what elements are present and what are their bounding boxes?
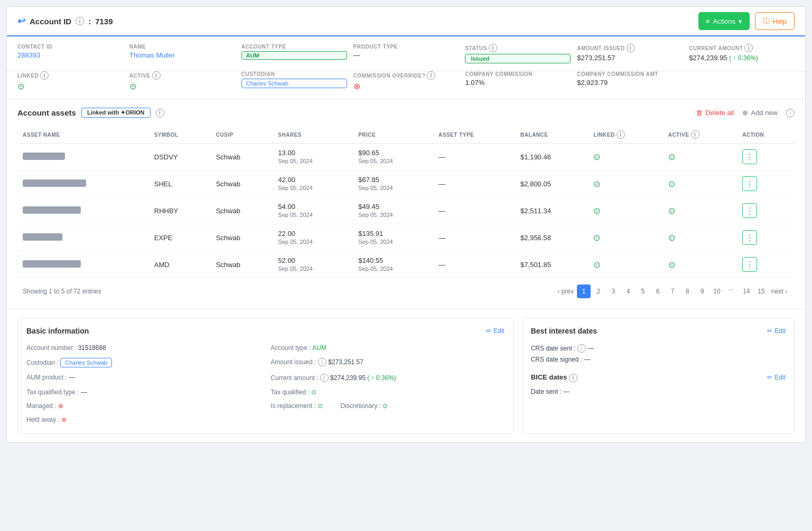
row-action-button[interactable]: ⋮: [742, 149, 757, 164]
asset-name-cell: [17, 170, 149, 197]
basic-info-edit-button[interactable]: ✏ Edit: [486, 327, 505, 335]
page-8-button[interactable]: 8: [680, 285, 694, 298]
current-amount-value: $274,239.95: [330, 374, 366, 382]
account-type-label: ACCOUNT TYPE: [241, 44, 347, 50]
cusip-cell: Schwab: [211, 144, 273, 170]
bice-dates-info-icon[interactable]: i: [569, 374, 577, 382]
row-action-button[interactable]: ⋮: [742, 230, 757, 245]
crs-date-sent-value: —: [587, 345, 594, 352]
active-info-icon[interactable]: i: [152, 71, 161, 80]
shares-cell: 52.00Sep 05, 2024: [273, 251, 353, 278]
linked-check-icon: ⊙: [17, 81, 123, 91]
action-cell: ⋮: [737, 224, 795, 251]
edit-icon-bice: ✏: [767, 374, 772, 381]
pagination-info: Showing 1 to 5 of 72 entries: [23, 288, 101, 295]
assets-actions: 🗑 Delete all ⊕ Add new i: [696, 109, 795, 117]
linked-cell: ⊙: [588, 197, 662, 224]
asset-name-cell: [17, 224, 149, 251]
company-commission-label: COMPANY COMMISSION: [465, 71, 571, 77]
product-type-field: PRODUCT TYPE —: [353, 44, 459, 63]
amount-issued-label: AMOUNT ISSUED i: [577, 44, 683, 52]
crs-sent-info-icon[interactable]: i: [577, 344, 586, 353]
col-price: PRICE: [353, 126, 433, 144]
page-14-button[interactable]: 14: [740, 285, 753, 298]
page-5-button[interactable]: 5: [636, 285, 650, 298]
back-arrow-icon[interactable]: ↩: [17, 15, 25, 27]
page-1-button[interactable]: 1: [577, 285, 591, 298]
company-commission-field: COMPANY COMMISSION 1.07%: [465, 71, 571, 91]
current-amount-info-icon-bottom[interactable]: i: [320, 374, 329, 382]
balance-cell: $2,956.58: [515, 224, 588, 251]
company-commission-amt-field: COMPANY COMMISSION AMT $2,923.79: [577, 71, 683, 91]
discretionary-label: Discretionary :: [340, 402, 381, 410]
page-15-button[interactable]: 15: [754, 285, 768, 298]
name-value[interactable]: Thomas Muller: [129, 51, 235, 59]
bottom-panels: Basic information ✏ Edit Account number …: [7, 309, 805, 442]
action-cell: ⋮: [737, 197, 795, 224]
balance-cell: $1,190.46: [515, 144, 588, 170]
basic-info-title: Basic information: [26, 327, 89, 335]
active-label: ACTIVE i: [129, 71, 235, 80]
amount-issued-value: $273,251.57: [328, 358, 363, 366]
col-asset-name: ASSET NAME: [17, 126, 149, 144]
bice-dates-label: BICE dates i: [531, 373, 577, 382]
crs-date-signed-value: —: [584, 356, 590, 363]
page-9-button[interactable]: 9: [695, 285, 709, 298]
linked-col-info-icon[interactable]: i: [617, 130, 625, 139]
active-col-info-icon[interactable]: i: [691, 130, 699, 139]
assets-section: Account assets Linked with ✦ORION i 🗑 De…: [7, 99, 805, 309]
actions-button[interactable]: ≡ Actions ▾: [698, 12, 750, 30]
crs-date-sent-row: CRS date sent : i —: [531, 343, 786, 354]
balance-cell: $2,511.34: [515, 197, 588, 224]
asset-name-placeholder: [23, 233, 62, 241]
menu-lines-icon: ≡: [706, 17, 710, 25]
name-label: NAME: [129, 44, 235, 50]
tax-qualified-row: Tax qualified : ⊙: [270, 387, 504, 397]
crs-date-signed-label: CRS date signed :: [531, 356, 584, 363]
bice-edit-button[interactable]: ✏ Edit: [767, 374, 786, 381]
current-amount-change-bottom: ( ↑ 0.36%): [367, 374, 396, 382]
page-7-button[interactable]: 7: [666, 285, 679, 298]
next-page-button[interactable]: next ›: [769, 288, 789, 295]
contact-id-value[interactable]: 288393: [17, 51, 123, 59]
page-4-button[interactable]: 4: [621, 285, 635, 298]
asset-type-cell: —: [433, 224, 515, 251]
commission-override-value: ⊗: [353, 81, 459, 91]
row-action-button[interactable]: ⋮: [742, 176, 757, 191]
linked-cell: ⊙: [588, 144, 662, 170]
linked-cell: ⊙: [588, 224, 662, 251]
commission-override-info-icon[interactable]: i: [427, 71, 435, 80]
add-new-button[interactable]: ⊕ Add new: [742, 109, 778, 117]
page-2-button[interactable]: 2: [592, 285, 605, 298]
page-6-button[interactable]: 6: [651, 285, 665, 298]
best-interest-edit-button[interactable]: ✏ Edit: [767, 327, 786, 335]
current-amount-info-icon[interactable]: i: [744, 44, 753, 52]
row-action-button[interactable]: ⋮: [742, 203, 757, 218]
status-info-icon[interactable]: i: [489, 44, 497, 52]
linked-info-icon[interactable]: i: [40, 71, 49, 80]
page-10-button[interactable]: 10: [710, 285, 724, 298]
account-info-row2: LINKED i ⊙ ACTIVE i ⊙ CUSTODIAN Charles …: [7, 71, 805, 99]
discretionary-value: ⊙: [382, 402, 388, 410]
add-new-info-icon[interactable]: i: [786, 109, 795, 117]
company-commission-amt-label: COMPANY COMMISSION AMT: [577, 71, 683, 77]
amount-issued-info-icon-bottom[interactable]: i: [318, 358, 326, 366]
assets-header: Account assets Linked with ✦ORION i 🗑 De…: [17, 108, 795, 118]
company-commission-value: 1.07%: [465, 79, 571, 87]
action-cell: ⋮: [737, 144, 795, 170]
balance-cell: $2,800.05: [515, 170, 588, 197]
prev-page-button[interactable]: ‹ prev: [555, 288, 576, 295]
product-type-label: PRODUCT TYPE: [353, 44, 459, 50]
asset-name-placeholder: [23, 153, 65, 160]
help-button[interactable]: ⓘ Help: [755, 12, 795, 30]
assets-info-icon[interactable]: i: [156, 109, 164, 117]
account-id-info-icon[interactable]: i: [76, 17, 84, 25]
table-row: EXPE Schwab 22.00Sep 05, 2024 $135.91Sep…: [17, 224, 795, 251]
current-amount-value: $274,239.95 ( ↑ 0.36%): [689, 54, 795, 62]
page-3-button[interactable]: 3: [606, 285, 620, 298]
amount-issued-info-icon[interactable]: i: [627, 44, 635, 52]
is-replacement-label: Is replacement :: [270, 402, 315, 410]
bi-dates-section: CRS date sent : i — CRS date signed : —: [531, 343, 786, 365]
delete-all-button[interactable]: 🗑 Delete all: [696, 109, 734, 117]
row-action-button[interactable]: ⋮: [742, 257, 757, 272]
